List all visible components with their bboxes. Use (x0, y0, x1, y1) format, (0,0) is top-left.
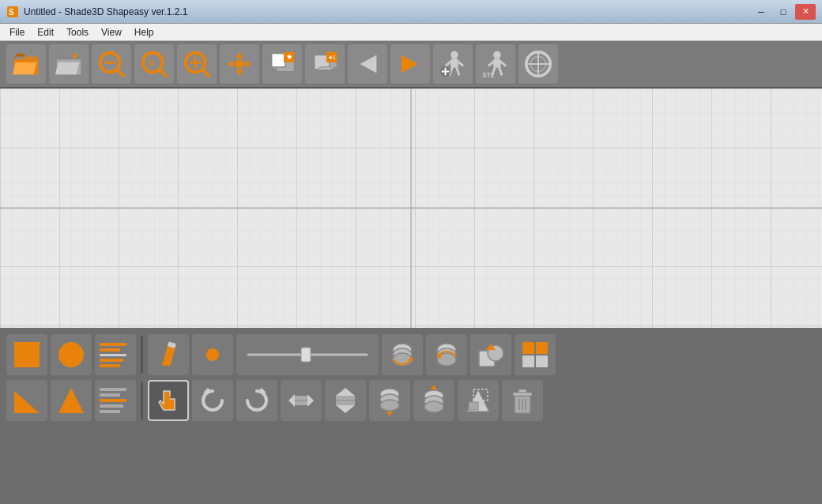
svg-marker-95 (336, 405, 355, 413)
quad-split-button[interactable] (515, 334, 556, 375)
view-2d-button[interactable]: ★ (262, 44, 302, 84)
svg-rect-68 (301, 348, 311, 362)
square-shape-button[interactable] (6, 334, 47, 375)
svg-marker-8 (55, 62, 79, 74)
title-left: S Untitled - Shade3D Shapeasy ver.1.2.1 (6, 6, 187, 18)
prev-button[interactable] (348, 44, 387, 84)
divider-2 (141, 382, 143, 419)
divider-1 (141, 336, 143, 374)
svg-rect-27 (272, 54, 285, 67)
bottom-row-1 (6, 334, 816, 375)
zoom-in-button[interactable] (177, 44, 217, 84)
svg-marker-90 (288, 394, 295, 407)
svg-marker-20 (236, 52, 243, 58)
menu-help[interactable]: Help (128, 25, 160, 39)
svg-marker-3 (14, 57, 38, 60)
right-triangle-button[interactable] (6, 380, 47, 421)
svg-marker-21 (236, 70, 243, 77)
delete-button[interactable] (502, 380, 543, 421)
render-button[interactable] (518, 44, 558, 84)
circle-shape-button[interactable] (51, 334, 92, 375)
shape-select-button[interactable] (458, 380, 499, 421)
grid (0, 88, 822, 328)
bottom-row-2 (6, 380, 816, 421)
svg-marker-5 (13, 62, 36, 74)
svg-line-48 (488, 62, 493, 66)
menu-edit[interactable]: Edit (31, 25, 60, 39)
svg-line-40 (458, 62, 463, 66)
lines-small-button[interactable] (95, 380, 136, 421)
svg-line-19 (203, 70, 209, 77)
shape-bool-button[interactable] (470, 334, 511, 375)
svg-text:0: 0 (149, 58, 153, 68)
canvas-area[interactable] (0, 88, 822, 328)
next-button[interactable] (390, 44, 430, 84)
zoom-out-button[interactable] (92, 44, 131, 84)
svg-marker-91 (307, 394, 314, 407)
dot-button[interactable] (192, 334, 233, 375)
svg-rect-80 (522, 342, 534, 354)
svg-rect-81 (536, 342, 548, 354)
rotate-left-button[interactable] (192, 380, 233, 421)
svg-rect-113 (513, 393, 532, 396)
svg-marker-36 (402, 55, 418, 73)
svg-marker-35 (360, 55, 377, 73)
svg-point-46 (493, 51, 501, 59)
svg-line-12 (118, 70, 124, 77)
svg-point-104 (424, 401, 443, 412)
svg-line-15 (160, 70, 167, 77)
svg-text:S: S (9, 8, 14, 17)
svg-point-37 (451, 51, 458, 59)
svg-marker-23 (246, 60, 252, 68)
menu-file[interactable]: File (3, 25, 31, 39)
svg-line-49 (501, 62, 506, 66)
svg-rect-83 (536, 355, 548, 367)
maximize-button[interactable]: □ (773, 4, 794, 20)
svg-marker-85 (58, 388, 84, 413)
bottom-panel (0, 328, 822, 454)
menu-view[interactable]: View (95, 25, 128, 39)
svg-marker-105 (431, 385, 437, 389)
pencil-button[interactable] (148, 334, 189, 375)
svg-line-42 (457, 68, 459, 75)
add-stl-button[interactable]: STL (476, 44, 515, 84)
zoom-reset-button[interactable]: 0 (134, 44, 174, 84)
slider-button[interactable] (236, 334, 379, 375)
close-button[interactable]: ✕ (795, 4, 816, 20)
stack-down-button[interactable] (369, 380, 410, 421)
menu-tools[interactable]: Tools (60, 25, 95, 39)
compress-h-button[interactable] (281, 380, 322, 421)
merge-layer-alt-button[interactable] (426, 334, 467, 375)
svg-marker-101 (386, 412, 393, 416)
svg-line-51 (500, 68, 502, 75)
title-bar: S Untitled - Shade3D Shapeasy ver.1.2.1 … (0, 0, 822, 24)
stack-up-button[interactable] (413, 380, 454, 421)
hand-pointer-button[interactable] (148, 380, 189, 421)
save-file-button[interactable] (49, 44, 89, 84)
pan-button[interactable] (220, 44, 259, 84)
view-3d-button[interactable]: ★1 (305, 44, 345, 84)
svg-rect-114 (518, 389, 526, 393)
svg-text:★1: ★1 (328, 55, 336, 60)
add-figure-button[interactable] (433, 44, 473, 84)
triangle-button[interactable] (51, 380, 92, 421)
svg-text:★: ★ (286, 53, 293, 61)
merge-layer-button[interactable] (382, 334, 423, 375)
title-controls: ─ □ ✕ (751, 4, 816, 20)
toolbar: 0 ★ (0, 41, 822, 88)
svg-point-62 (58, 342, 84, 367)
svg-text:STL: STL (482, 71, 495, 79)
svg-rect-107 (469, 402, 478, 410)
rotate-right-button[interactable] (236, 380, 277, 421)
svg-marker-22 (228, 60, 234, 68)
svg-rect-47 (493, 58, 501, 67)
lines-shape-button[interactable] (95, 334, 136, 375)
open-file-button[interactable] (6, 44, 46, 84)
minimize-button[interactable]: ─ (751, 4, 771, 20)
svg-rect-61 (14, 342, 40, 367)
svg-line-39 (446, 62, 451, 66)
menu-bar: File Edit Tools View Help (0, 24, 822, 41)
svg-rect-38 (451, 58, 458, 67)
svg-point-100 (380, 400, 399, 411)
flatten-button[interactable] (325, 380, 366, 421)
